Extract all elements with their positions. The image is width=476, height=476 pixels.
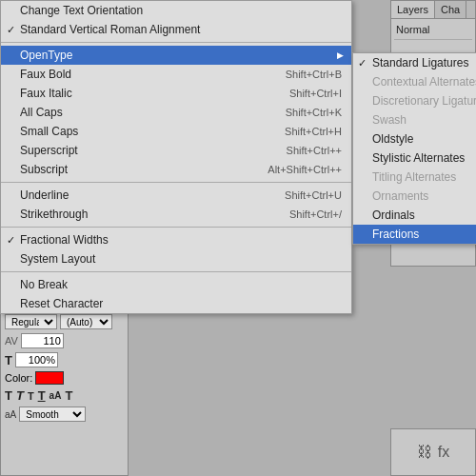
system-layout-item[interactable]: System Layout <box>1 249 351 268</box>
superscript-item[interactable]: Superscript Shift+Ctrl++ <box>1 141 351 160</box>
discretionary-ligatures-label: Discretionary Ligatures <box>372 94 476 108</box>
color-swatch[interactable] <box>35 371 64 385</box>
antialias-icon: aA <box>5 409 16 420</box>
all-caps-item[interactable]: All Caps Shift+Ctrl+K <box>1 103 351 122</box>
tracking-icon: AV <box>5 335 18 347</box>
tt-button-4[interactable]: T <box>38 388 46 403</box>
tt-button-5[interactable]: aA <box>50 390 62 401</box>
style-dropdown[interactable]: Regular <box>5 314 57 329</box>
separator-3 <box>1 227 351 228</box>
ordinals-label: Ordinals <box>372 208 415 222</box>
strikethrough-label: Strikethrough <box>20 208 88 221</box>
small-caps-shortcut: Shift+Ctrl+H <box>266 126 342 137</box>
normal-label: Normal <box>394 22 472 37</box>
fractions-label: Fractions <box>372 228 419 241</box>
opentype-item[interactable]: OpenType <box>1 46 351 65</box>
contextual-alternates-label: Contextual Alternates <box>372 75 476 89</box>
tt-button-2[interactable]: T <box>16 388 24 403</box>
t-icon: T <box>5 353 12 367</box>
ordinals-item[interactable]: Ordinals <box>353 206 476 225</box>
faux-italic-label: Faux Italic <box>20 87 72 100</box>
size-dropdown[interactable]: (Auto) <box>60 314 112 329</box>
antialias-row: aA Smooth <box>1 405 128 424</box>
small-caps-label: Small Caps <box>20 125 78 138</box>
subscript-label: Subscript <box>20 163 68 176</box>
opentype-label: OpenType <box>20 49 72 62</box>
standard-ligatures-item[interactable]: Standard Ligatures <box>353 53 476 72</box>
faux-italic-shortcut: Shift+Ctrl+I <box>270 88 342 99</box>
titling-alternates-label: Titling Alternates <box>372 170 456 184</box>
strikethrough-shortcut: Shift+Ctrl+/ <box>270 208 342 220</box>
faux-bold-item[interactable]: Faux Bold Shift+Ctrl+B <box>1 65 351 84</box>
layers-tab[interactable]: Layers <box>391 1 435 18</box>
separator-4 <box>1 271 351 272</box>
tt-button-1[interactable]: T <box>5 388 12 403</box>
discretionary-ligatures-item: Discretionary Ligatures <box>353 91 476 110</box>
tt-button-3[interactable]: T <box>28 390 34 402</box>
fractions-item[interactable]: Fractions <box>353 225 476 244</box>
small-caps-item[interactable]: Small Caps Shift+Ctrl+H <box>1 122 351 141</box>
oldstyle-item[interactable]: Oldstyle <box>353 129 476 149</box>
superscript-label: Superscript <box>20 144 78 157</box>
oldstyle-label: Oldstyle <box>372 132 413 146</box>
standard-vertical-label: Standard Vertical Roman Alignment <box>20 23 200 36</box>
swash-item: Swash <box>353 110 476 129</box>
ornaments-item: Ornaments <box>353 187 476 206</box>
faux-bold-label: Faux Bold <box>20 68 71 81</box>
bottom-right-panel: ⛓ fx <box>390 428 476 476</box>
stylistic-alternates-item[interactable]: Stylistic Alternates <box>353 149 476 168</box>
separator-1 <box>1 42 351 43</box>
tt-row: T T T T aA T <box>1 387 128 405</box>
standard-ligatures-label: Standard Ligatures <box>372 56 468 69</box>
tracking-input[interactable] <box>21 333 64 348</box>
change-text-orientation-label: Change Text Orientation <box>20 4 143 17</box>
faux-italic-item[interactable]: Faux Italic Shift+Ctrl+I <box>1 84 351 103</box>
tt-button-6[interactable]: T <box>65 388 72 403</box>
titling-alternates-item: Titling Alternates <box>353 168 476 187</box>
style-row: Regular (Auto) <box>1 312 128 331</box>
ornaments-label: Ornaments <box>372 189 428 203</box>
cha-tab[interactable]: Cha <box>435 1 466 18</box>
subscript-item[interactable]: Subscript Alt+Shift+Ctrl++ <box>1 160 351 179</box>
color-label: Color: <box>5 372 32 384</box>
system-layout-label: System Layout <box>20 252 95 266</box>
main-menu: Change Text Orientation Standard Vertica… <box>0 0 352 314</box>
swash-label: Swash <box>372 113 407 127</box>
all-caps-shortcut: Shift+Ctrl+K <box>267 107 342 118</box>
reset-character-label: Reset Character <box>20 297 103 310</box>
standard-vertical-item[interactable]: Standard Vertical Roman Alignment <box>1 20 351 39</box>
fractional-widths-item[interactable]: Fractional Widths <box>1 230 351 249</box>
stylistic-alternates-label: Stylistic Alternates <box>372 151 465 165</box>
underline-shortcut: Shift+Ctrl+U <box>266 189 342 201</box>
change-text-orientation-item[interactable]: Change Text Orientation <box>1 1 351 20</box>
no-break-item[interactable]: No Break <box>1 275 351 294</box>
link-icon[interactable]: ⛓ <box>417 444 432 461</box>
scale-row: T <box>1 350 128 369</box>
opentype-submenu: Standard Ligatures Contextual Alternates… <box>352 52 476 245</box>
layers-panel-header: Layers Cha <box>391 1 475 19</box>
color-row: Color: <box>1 369 128 387</box>
subscript-shortcut: Alt+Shift+Ctrl++ <box>248 164 342 175</box>
all-caps-label: All Caps <box>20 106 63 119</box>
tracking-row: AV <box>1 331 128 350</box>
fractional-widths-label: Fractional Widths <box>20 233 109 247</box>
antialias-dropdown[interactable]: Smooth <box>19 407 86 422</box>
contextual-alternates-item: Contextual Alternates <box>353 72 476 91</box>
underline-item[interactable]: Underline Shift+Ctrl+U <box>1 186 351 205</box>
no-break-label: No Break <box>20 278 68 291</box>
reset-character-item[interactable]: Reset Character <box>1 294 351 313</box>
superscript-shortcut: Shift+Ctrl++ <box>268 145 342 156</box>
faux-bold-shortcut: Shift+Ctrl+B <box>267 69 342 80</box>
strikethrough-item[interactable]: Strikethrough Shift+Ctrl+/ <box>1 205 351 224</box>
fx-icon[interactable]: fx <box>438 444 449 461</box>
scale-input[interactable] <box>15 352 58 367</box>
underline-label: Underline <box>20 188 69 202</box>
separator-2 <box>1 182 351 183</box>
